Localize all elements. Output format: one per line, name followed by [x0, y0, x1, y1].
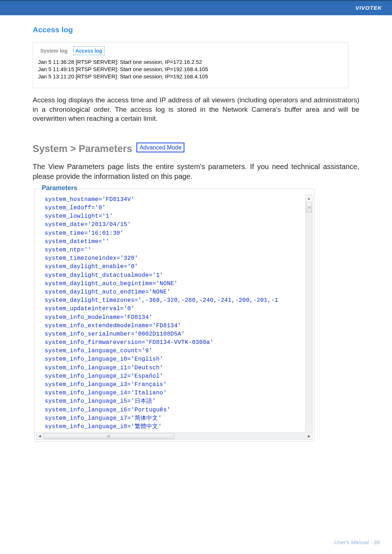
scroll-left-icon[interactable]: ◀ [36, 433, 43, 439]
param-line: system_info_language_i4='Italiano' [45, 390, 167, 396]
access-log-panel: System log Access log Jan 5 11:36:28 [RT… [33, 42, 348, 88]
param-line: system_timezoneindex='320' [45, 255, 138, 262]
log-entry: Jan 5 13:11:20 [RTSP SERVER]: Start one … [38, 73, 343, 79]
tab-system-log[interactable]: System log [38, 46, 70, 55]
param-line: system_ledoff='0' [45, 205, 106, 211]
vertical-scrollbar[interactable]: ▲ ▼ [305, 195, 313, 439]
param-line: system_updateinterval='0' [45, 305, 135, 312]
param-line: system_time='16:01:30' [45, 230, 124, 237]
scroll-up-icon[interactable]: ▲ [306, 195, 312, 202]
advanced-mode-badge: Advanced Mode [136, 143, 184, 152]
param-line: system_daylight_timezones=',-360,-320,-2… [45, 297, 278, 304]
log-entry: Jan 5 11:49:15 [RTSP SERVER]: Start one … [38, 66, 343, 72]
access-log-description: Access log displays the access time and … [33, 95, 359, 123]
param-line: system_daylight_auto_begintime='NONE' [45, 280, 177, 287]
param-line: system_datetime='' [45, 238, 109, 245]
parameters-section-heading: System > Parameters Advanced Mode [33, 143, 359, 155]
parameters-title: System > Parameters [33, 143, 132, 154]
param-line: system_info_language_i2='Español' [45, 373, 163, 379]
parameters-fieldset: Parameters ▲ ▼ system_hostname='FD8134V'… [34, 189, 314, 442]
param-line: system_daylight_enable='0' [45, 263, 138, 270]
header-bar: VIVOTEK [0, 0, 392, 15]
param-line: system_info_language_i7='简体中文' [45, 415, 162, 422]
param-line: system_daylight_dstactualmode='1' [45, 272, 163, 279]
param-line: system_lowlight='1' [45, 213, 113, 219]
param-line: system_info_serialnumber='0002D1108D5A' [45, 331, 185, 337]
tab-access-log[interactable]: Access log [73, 46, 105, 55]
param-line: system_hostname='FD8134V' [45, 196, 135, 203]
horizontal-scrollbar[interactable]: ◀ ▶ [36, 432, 313, 440]
param-line: system_info_language_i0='English' [45, 356, 163, 362]
parameters-description: The View Parameters page lists the entir… [33, 162, 359, 181]
param-line: system_ntp='' [45, 247, 91, 253]
param-line: system_info_language_i8='繁體中文' [45, 423, 162, 430]
param-line: system_info_firmwareversion='FD8134-VVTK… [45, 339, 213, 346]
param-line: system_date='2013/04/15' [45, 221, 131, 228]
scroll-right-icon[interactable]: ▶ [306, 433, 312, 439]
log-entry: Jan 5 11:36:28 [RTSP SERVER]: Start one … [38, 59, 343, 65]
param-line: system_info_language_i1='Deutsch' [45, 365, 163, 371]
log-tab-row: System log Access log [38, 46, 343, 55]
access-log-heading: Access log [33, 25, 359, 34]
param-line: system_info_language_count='9' [45, 348, 152, 354]
param-line: system_info_language_i3='Français' [45, 381, 167, 388]
param-line: system_daylight_auto_endtime='NONE' [45, 289, 171, 295]
param-line: system_info_modelname='FD8134' [45, 314, 152, 321]
page-footer: User's Manual - 39 [334, 539, 380, 545]
param-line: system_info_language_i5='日本語' [45, 398, 156, 405]
parameters-scroll-area: ▲ ▼ system_hostname='FD8134V' system_led… [34, 189, 314, 440]
param-line: system_info_extendedmodelname='FD8134' [45, 323, 181, 329]
brand-label: VIVOTEK [355, 5, 382, 11]
vertical-scroll-thumb[interactable] [306, 202, 312, 213]
param-line: system_info_language_i6='Português' [45, 407, 171, 413]
horizontal-scroll-thumb[interactable] [44, 433, 174, 439]
parameters-text[interactable]: system_hostname='FD8134V' system_ledoff=… [45, 196, 303, 432]
